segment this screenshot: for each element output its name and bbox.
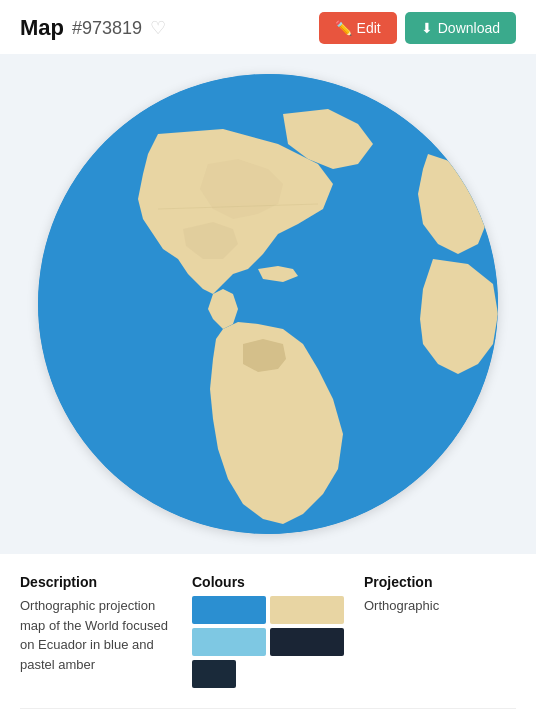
globe	[38, 74, 498, 534]
projection-text: Orthographic	[364, 596, 516, 616]
colour-swatch-amber	[270, 596, 344, 624]
header-left: Map #973819 ♡	[20, 15, 166, 41]
projection-block: Projection Orthographic	[364, 574, 516, 616]
colours-heading: Colours	[192, 574, 344, 590]
colour-swatch-darkest	[192, 660, 236, 688]
colour-swatch-dark	[270, 628, 344, 656]
divider	[20, 708, 516, 709]
header-buttons: ✏️ Edit ⬇ Download	[319, 12, 516, 44]
page-header: Map #973819 ♡ ✏️ Edit ⬇ Download	[0, 0, 536, 54]
description-text: Orthographic projection map of the World…	[20, 596, 172, 674]
edit-button[interactable]: ✏️ Edit	[319, 12, 397, 44]
colour-swatch-lightblue	[192, 628, 266, 656]
favorite-icon[interactable]: ♡	[150, 17, 166, 39]
colours-block: Colours	[192, 574, 344, 688]
edit-label: Edit	[357, 20, 381, 36]
info-section: Description Orthographic projection map …	[0, 574, 536, 708]
description-heading: Description	[20, 574, 172, 590]
page-title-id: #973819	[72, 18, 142, 39]
edit-icon: ✏️	[335, 20, 352, 36]
projection-heading: Projection	[364, 574, 516, 590]
colours-grid	[192, 596, 344, 688]
colour-swatch-blue	[192, 596, 266, 624]
globe-svg	[38, 74, 498, 534]
download-button[interactable]: ⬇ Download	[405, 12, 516, 44]
map-container	[0, 54, 536, 554]
download-icon: ⬇	[421, 20, 433, 36]
download-label: Download	[438, 20, 500, 36]
page-title-map: Map	[20, 15, 64, 41]
description-block: Description Orthographic projection map …	[20, 574, 172, 674]
